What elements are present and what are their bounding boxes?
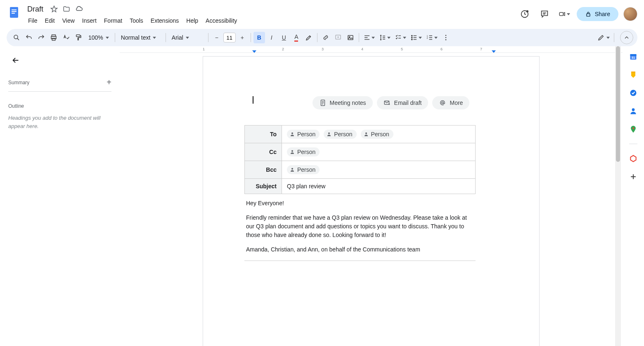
document-canvas[interactable]: 1 2 3 4 5 6 7 Meeting notes	[120, 46, 623, 346]
menu-tools[interactable]: Tools	[126, 16, 147, 26]
share-label: Share	[595, 11, 610, 17]
line-spacing-button[interactable]	[377, 32, 392, 43]
menu-bar: File Edit View Insert Format Tools Exten…	[25, 15, 514, 26]
docs-logo-icon[interactable]	[7, 5, 21, 20]
menu-insert[interactable]: Insert	[79, 16, 100, 26]
outline-panel: Summary + Outline Headings you add to th…	[0, 46, 120, 346]
undo-icon[interactable]	[23, 32, 35, 43]
menu-extensions[interactable]: Extensions	[147, 16, 182, 26]
paint-format-icon[interactable]	[73, 32, 84, 43]
menu-edit[interactable]: Edit	[42, 16, 58, 26]
text-color-button[interactable]: A	[291, 32, 302, 43]
svg-point-10	[14, 35, 18, 39]
bcc-label: Bcc	[245, 161, 282, 179]
calendar-icon[interactable]: 31	[629, 52, 638, 61]
meeting-notes-chip[interactable]: Meeting notes	[313, 96, 373, 109]
numbered-list-button[interactable]: 12	[424, 32, 439, 43]
svg-point-38	[445, 35, 446, 36]
person-chip[interactable]: Person	[324, 130, 356, 139]
svg-rect-8	[559, 12, 563, 16]
user-avatar[interactable]	[623, 7, 637, 21]
comments-icon[interactable]	[537, 7, 552, 21]
menu-accessibility[interactable]: Accessibility	[202, 16, 240, 26]
left-indent-marker[interactable]	[252, 50, 256, 53]
outline-label: Outline	[8, 103, 111, 109]
horizontal-ruler[interactable]: 1 2 3 4 5 6 7	[120, 46, 623, 53]
right-indent-marker[interactable]	[492, 50, 496, 53]
spellcheck-icon[interactable]	[60, 32, 72, 43]
person-chip[interactable]: Person	[287, 165, 320, 174]
add-summary-button[interactable]: +	[107, 78, 111, 87]
scrollbar-thumb[interactable]	[616, 46, 620, 162]
cloud-status-icon[interactable]	[75, 5, 83, 13]
insert-image-icon[interactable]	[345, 32, 356, 43]
history-icon[interactable]	[517, 7, 532, 21]
contacts-icon[interactable]	[629, 107, 638, 116]
menu-file[interactable]: File	[25, 16, 41, 26]
get-addons-icon[interactable]	[629, 172, 638, 181]
svg-rect-0	[10, 7, 18, 18]
collapse-toolbar-icon[interactable]	[620, 31, 633, 44]
bcc-field[interactable]: Person	[282, 161, 476, 179]
page[interactable]: Meeting notes Email draft More To	[203, 56, 540, 346]
underline-button[interactable]: U	[278, 32, 290, 43]
person-icon	[326, 131, 332, 137]
keep-icon[interactable]	[629, 70, 638, 79]
paragraph-style-select[interactable]: Normal text	[118, 32, 163, 43]
svg-point-40	[445, 39, 446, 40]
subject-field[interactable]: Q3 plan review	[282, 179, 476, 194]
more-chip[interactable]: More	[432, 96, 469, 109]
share-button[interactable]: Share	[577, 7, 618, 21]
addon-icon[interactable]	[629, 154, 638, 163]
maps-icon[interactable]	[629, 125, 638, 134]
svg-rect-2	[12, 11, 17, 12]
menu-view[interactable]: View	[59, 16, 78, 26]
editing-mode-button[interactable]	[596, 32, 611, 43]
print-icon[interactable]	[48, 32, 59, 43]
cc-field[interactable]: Person	[282, 143, 476, 161]
summary-label: Summary	[8, 80, 29, 85]
bulleted-list-button[interactable]	[409, 32, 424, 43]
fontsize-input[interactable]	[223, 33, 236, 43]
person-icon	[289, 149, 295, 155]
person-chip[interactable]: Person	[361, 130, 393, 139]
at-icon	[439, 99, 446, 107]
search-menus-icon[interactable]	[11, 32, 22, 43]
email-subject-row: Subject Q3 plan review	[245, 179, 476, 194]
more-tools-icon[interactable]	[440, 32, 452, 43]
close-outline-icon[interactable]	[8, 53, 23, 68]
svg-rect-9	[587, 14, 590, 16]
tasks-icon[interactable]	[629, 88, 638, 97]
decrease-fontsize-button[interactable]: −	[211, 32, 223, 43]
to-field[interactable]: Person Person Person	[282, 126, 476, 143]
bold-button[interactable]: B	[253, 32, 265, 43]
email-main-text: Friendly reminder that we have a Q3 plan…	[246, 213, 474, 239]
email-bcc-row: Bcc Person	[245, 161, 476, 179]
redo-icon[interactable]	[36, 32, 47, 43]
subject-label: Subject	[245, 179, 282, 194]
menu-format[interactable]: Format	[101, 16, 125, 26]
insert-comment-icon[interactable]	[332, 32, 344, 43]
vertical-scrollbar[interactable]	[615, 46, 621, 346]
text-cursor	[253, 96, 253, 104]
star-icon[interactable]	[50, 5, 58, 13]
checklist-button[interactable]	[393, 32, 408, 43]
svg-point-57	[632, 108, 635, 111]
menu-help[interactable]: Help	[183, 16, 201, 26]
insert-link-icon[interactable]	[320, 32, 331, 43]
highlight-button[interactable]	[303, 32, 315, 43]
zoom-select[interactable]: 100%	[85, 32, 112, 43]
document-icon	[319, 99, 327, 107]
email-body[interactable]: Hey Everyone! Friendly reminder that we …	[244, 194, 476, 261]
document-title[interactable]: Draft	[25, 4, 46, 14]
font-select[interactable]: Arial	[168, 32, 206, 43]
italic-button[interactable]: I	[266, 32, 277, 43]
person-chip[interactable]: Person	[287, 147, 320, 156]
move-folder-icon[interactable]	[62, 5, 71, 13]
svg-text:2: 2	[426, 37, 428, 39]
email-draft-chip[interactable]: Email draft	[377, 96, 429, 109]
person-chip[interactable]: Person	[287, 130, 320, 139]
meet-button[interactable]	[557, 7, 572, 21]
align-button[interactable]	[362, 32, 376, 43]
increase-fontsize-button[interactable]: +	[237, 32, 248, 43]
